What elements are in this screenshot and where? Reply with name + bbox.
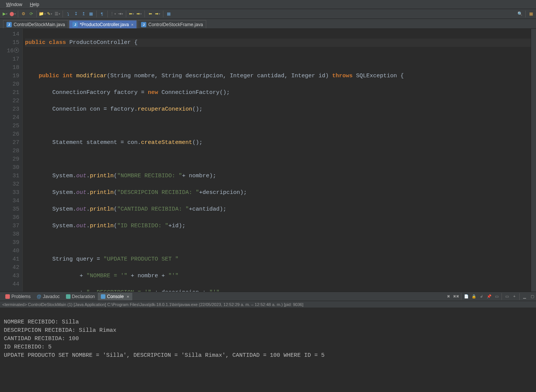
clear-console-icon[interactable]: 📄	[463, 294, 469, 300]
new-icon[interactable]: ⚙	[20, 11, 27, 17]
highlight-icon[interactable]: ✎	[46, 11, 53, 17]
search-icon[interactable]: 🔍	[517, 11, 523, 17]
tab-problems[interactable]: Problems	[2, 293, 34, 300]
menubar: Window Help	[0, 0, 536, 9]
overview-ruler[interactable]	[531, 29, 536, 292]
stepinto-icon[interactable]: ↧	[72, 11, 79, 17]
tab-declaration[interactable]: Declaration	[63, 293, 98, 300]
code-area[interactable]: public class ProductoController { public…	[23, 29, 531, 292]
remove-all-icon[interactable]: ✖✖	[453, 294, 459, 300]
bottom-view-tabs: Problems @ Javadoc Declaration Console× …	[0, 292, 536, 301]
open-type-icon[interactable]: 📁	[39, 11, 45, 17]
pin-console-icon[interactable]: 📌	[486, 294, 492, 300]
word-wrap-icon[interactable]: ↲	[478, 294, 484, 300]
indent-icon[interactable]: ⇥	[117, 11, 124, 17]
format-icon[interactable]: ⋮	[110, 11, 116, 17]
java-file-icon: J	[141, 22, 146, 27]
console-line: UPDATE PRODUCTO SET NOMBRE = 'Silla', DE…	[4, 352, 324, 359]
open-console-icon[interactable]: ▭	[504, 294, 510, 300]
toggle-breakpoint-icon[interactable]: ¶	[99, 11, 105, 17]
resume-icon[interactable]: ▦	[88, 11, 94, 17]
console-line: DESCRIPCION RECIBIDA: Silla Rimax	[4, 327, 116, 334]
tab-javadoc[interactable]: @ Javadoc	[34, 293, 63, 300]
console-line: NOMBRE RECIBIDO: Silla	[4, 319, 79, 325]
tab-controldestockmain[interactable]: J ControlDeStockMain.java	[3, 20, 68, 28]
debug-dropdown-icon[interactable]: ⬤	[9, 11, 16, 17]
menu-help[interactable]: Help	[26, 1, 43, 8]
problems-icon	[5, 294, 10, 299]
tab-console[interactable]: Console×	[98, 293, 132, 300]
previous-annotation-icon[interactable]: ⬅	[128, 11, 135, 17]
forward-icon[interactable]: ➡	[154, 11, 161, 17]
console-icon	[101, 294, 105, 299]
minimize-icon[interactable]: ▁	[522, 294, 528, 300]
line-gutter: 14 15 16⦿ 17 18 19 20 21 22 23 24 25 26 …	[0, 29, 23, 292]
console-line: ID RECIBIDO: 5	[4, 344, 52, 350]
close-icon[interactable]: ×	[131, 22, 133, 27]
tab-controldestockframe[interactable]: J ControlDeStockFrame.java	[138, 20, 206, 28]
back-icon[interactable]: ⬅	[147, 11, 154, 17]
console-line: CANTIDAD RECIBIDA: 100	[4, 336, 79, 342]
java-file-icon: J	[6, 22, 12, 27]
stepout-icon[interactable]: ↥	[80, 11, 87, 17]
declaration-icon	[66, 294, 71, 299]
scroll-lock-icon[interactable]: 🔒	[471, 294, 477, 300]
perspective-icon[interactable]: ▦	[165, 11, 172, 17]
java-file-icon: J	[72, 22, 78, 27]
tab-productocontroller[interactable]: J *ProductoController.java ×	[69, 20, 137, 28]
run-dropdown-icon[interactable]: ▶	[2, 11, 8, 17]
console-output[interactable]: NOMBRE RECIBIDO: Silla DESCRIPCION RECIB…	[0, 308, 536, 391]
close-icon[interactable]: ×	[127, 294, 129, 299]
main-toolbar: ▶ ⬤ ⚙ ⟳ 📁 ✎ ☰ ⤵ ↧ ↥ ▦ ¶ ⋮ ⇥ ⬅ ➡ ⬅ ➡ ▦ 🔍 …	[0, 9, 536, 19]
editor-tabs: J ControlDeStockMain.java J *ProductoCon…	[0, 19, 536, 29]
remove-launch-icon[interactable]: ✖	[445, 294, 451, 300]
next-annotation-icon[interactable]: ➡	[136, 11, 143, 17]
stepover-icon[interactable]: ⤵	[65, 11, 72, 17]
refresh-icon[interactable]: ⟳	[28, 11, 34, 17]
new-console-view-icon[interactable]: +	[511, 294, 517, 300]
display-selected-icon[interactable]: ▭	[494, 294, 500, 300]
menu-window[interactable]: Window	[2, 1, 26, 8]
task-icon[interactable]: ☰	[54, 11, 61, 17]
tab-label: *ProductoController.java	[80, 22, 129, 27]
open-perspective-icon[interactable]: ▦	[528, 11, 534, 17]
maximize-icon[interactable]: ▢	[529, 294, 535, 300]
console-status: <terminated> ControlDeStockMain (1) [Jav…	[2, 302, 303, 307]
tab-label: ControlDeStockFrame.java	[148, 22, 203, 27]
editor[interactable]: 14 15 16⦿ 17 18 19 20 21 22 23 24 25 26 …	[0, 29, 536, 292]
console-header: <terminated> ControlDeStockMain (1) [Jav…	[0, 301, 536, 308]
tab-label: ControlDeStockMain.java	[14, 22, 65, 27]
